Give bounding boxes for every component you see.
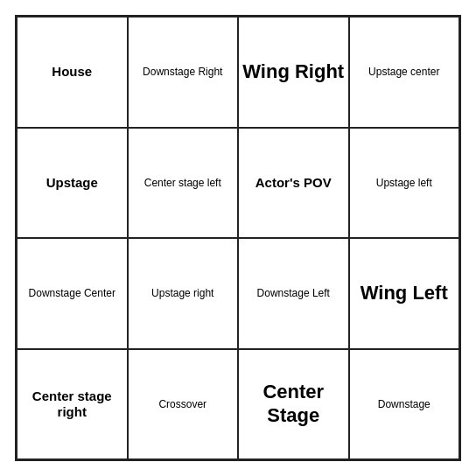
cell-r2c3: Wing Left bbox=[349, 238, 460, 349]
cell-r1c2: Actor's POV bbox=[238, 128, 349, 239]
cell-r2c1: Upstage right bbox=[128, 238, 239, 349]
cell-r1c3: Upstage left bbox=[349, 128, 460, 239]
cell-r0c0: House bbox=[17, 17, 128, 128]
bingo-board: HouseDownstage RightWing RightUpstage ce… bbox=[15, 15, 461, 461]
cell-r2c2: Downstage Left bbox=[238, 238, 349, 349]
cell-r2c0: Downstage Center bbox=[17, 238, 128, 349]
cell-r3c0: Center stage right bbox=[17, 349, 128, 460]
cell-r0c3: Upstage center bbox=[349, 17, 460, 128]
cell-r1c0: Upstage bbox=[17, 128, 128, 239]
cell-r3c3: Downstage bbox=[349, 349, 460, 460]
cell-r1c1: Center stage left bbox=[128, 128, 239, 239]
cell-r3c2: Center Stage bbox=[238, 349, 349, 460]
cell-r0c1: Downstage Right bbox=[128, 17, 239, 128]
cell-r3c1: Crossover bbox=[128, 349, 239, 460]
cell-r0c2: Wing Right bbox=[238, 17, 349, 128]
